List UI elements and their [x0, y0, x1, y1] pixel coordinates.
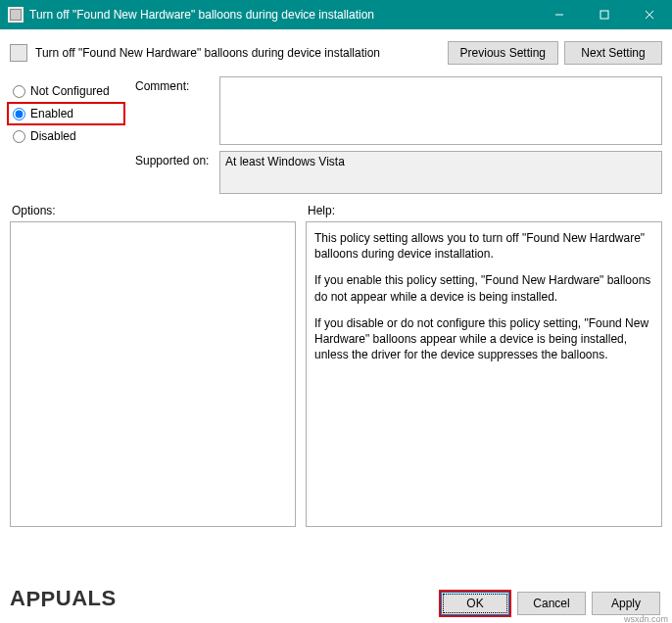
field-grid: Comment: Supported on:: [135, 76, 662, 194]
apply-button[interactable]: Apply: [592, 592, 660, 615]
supported-label: Supported on:: [135, 151, 214, 194]
window-title: Turn off "Found New Hardware" balloons d…: [29, 8, 537, 22]
top-section: Not Configured Enabled Disabled Comment:…: [10, 76, 662, 194]
ok-button[interactable]: OK: [441, 592, 509, 615]
radio-disabled-input[interactable]: [13, 130, 25, 143]
watermark-logo: APPUALS: [10, 586, 117, 611]
radio-enabled-label: Enabled: [30, 107, 73, 120]
comment-row: Comment:: [135, 76, 662, 145]
watermark-text-a: A: [10, 586, 25, 611]
help-column: Help: This policy setting allows you to …: [306, 204, 662, 527]
state-radio-group: Not Configured Enabled Disabled: [10, 76, 125, 194]
comment-label: Comment:: [135, 76, 214, 145]
gpedit-icon: [8, 7, 24, 23]
watermark-text-pp: PP: [25, 587, 55, 612]
supported-value: [219, 151, 662, 194]
source-mark: wsxdn.com: [624, 614, 668, 623]
help-box[interactable]: This policy setting allows you to turn o…: [306, 221, 662, 527]
supported-row: Supported on:: [135, 151, 662, 194]
dialog-content: Turn off "Found New Hardware" balloons d…: [0, 29, 672, 535]
title-bar: Turn off "Found New Hardware" balloons d…: [0, 0, 672, 29]
radio-not-configured[interactable]: Not Configured: [10, 80, 125, 102]
svg-rect-1: [600, 11, 608, 19]
options-column: Options:: [10, 204, 296, 527]
comment-input[interactable]: [219, 76, 662, 145]
nav-buttons: Previous Setting Next Setting: [448, 41, 662, 65]
policy-title: Turn off "Found New Hardware" balloons d…: [35, 46, 440, 60]
radio-disabled-label: Disabled: [30, 129, 76, 143]
radio-not-configured-input[interactable]: [13, 85, 25, 98]
help-paragraph-2: If you enable this policy setting, "Foun…: [314, 272, 653, 304]
options-box[interactable]: [10, 221, 296, 527]
radio-enabled-input[interactable]: [13, 108, 25, 120]
header-row: Turn off "Found New Hardware" balloons d…: [10, 37, 662, 72]
minimize-button[interactable]: [537, 0, 582, 29]
radio-disabled[interactable]: Disabled: [10, 125, 125, 147]
policy-icon: [10, 44, 27, 62]
radio-not-configured-label: Not Configured: [30, 84, 110, 98]
cancel-button[interactable]: Cancel: [517, 592, 586, 615]
mid-section: Options: Help: This policy setting allow…: [10, 204, 662, 527]
watermark-text-rest: UALS: [56, 586, 117, 611]
radio-enabled[interactable]: Enabled: [7, 102, 125, 125]
help-paragraph-3: If you disable or do not configure this …: [314, 315, 653, 363]
window-controls: [537, 0, 672, 29]
help-paragraph-1: This policy setting allows you to turn o…: [314, 230, 653, 262]
help-label: Help:: [306, 204, 662, 217]
next-setting-button[interactable]: Next Setting: [564, 41, 662, 65]
close-button[interactable]: [627, 0, 672, 29]
ok-highlight: OK: [439, 590, 511, 617]
maximize-button[interactable]: [582, 0, 627, 29]
previous-setting-button[interactable]: Previous Setting: [448, 41, 558, 65]
options-label: Options:: [10, 204, 296, 217]
